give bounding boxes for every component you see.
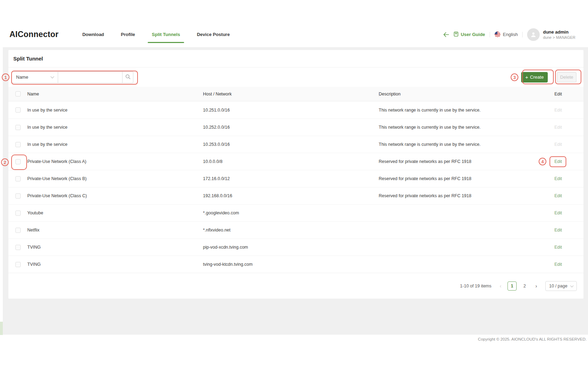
toolbar: Name + Create: [8, 67, 583, 87]
pagination-page-2[interactable]: 2: [520, 281, 529, 291]
page-size-value: 10 / page: [549, 284, 567, 288]
delete-button[interactable]: Delete: [557, 72, 576, 83]
pagination-prev-icon[interactable]: ‹: [497, 283, 504, 289]
language-label: English: [503, 32, 518, 37]
cell-edit: Edit: [553, 193, 583, 198]
row-checkbox[interactable]: [15, 125, 21, 130]
table-row: In use by the service 10.252.0.0/16 This…: [8, 119, 583, 136]
cell-description: Reserved for private networks as per RFC…: [379, 193, 553, 198]
edit-link: Edit: [554, 125, 562, 130]
scrollbar-thumb[interactable]: [0, 322, 3, 335]
row-checkbox-cell: [8, 142, 27, 147]
table-row: Youtube *.googlevideo.com Edit: [8, 204, 583, 221]
cell-name: Youtube: [27, 211, 203, 215]
row-checkbox[interactable]: [15, 159, 21, 164]
row-checkbox[interactable]: [15, 107, 21, 113]
chevron-down-icon: [570, 284, 574, 288]
user-menu[interactable]: dune admin dune>MANAGER: [527, 28, 575, 41]
cell-edit: Edit: [553, 228, 583, 233]
edit-link[interactable]: Edit: [554, 262, 562, 267]
cell-host-network: 10.0.0.0/8: [203, 159, 379, 164]
user-guide-icon: [454, 31, 458, 38]
row-checkbox[interactable]: [15, 228, 21, 233]
edit-link[interactable]: Edit: [554, 211, 562, 215]
edit-link[interactable]: Edit: [554, 159, 562, 164]
cell-edit: Edit: [553, 142, 583, 147]
row-checkbox[interactable]: [15, 193, 21, 199]
select-all-checkbox[interactable]: [15, 91, 21, 97]
search-input[interactable]: [58, 71, 122, 83]
table-body: In use by the service 10.251.0.0/16 This…: [8, 101, 583, 273]
cell-name: In use by the service: [27, 142, 203, 147]
cell-name: TVING: [27, 245, 203, 250]
language-switcher[interactable]: English: [495, 31, 518, 37]
user-org: dune: [543, 35, 551, 40]
table-row: TVING tving-vod-ktcdn.tving.com Edit: [8, 256, 583, 273]
cell-description: This network range is currently in use b…: [379, 108, 553, 113]
cell-name: In use by the service: [27, 125, 203, 130]
pagination-summary: 1-10 of 19 items: [460, 284, 491, 288]
row-checkbox[interactable]: [15, 176, 21, 181]
table-row: TVING pip-vod-xcdn.tving.com Edit: [8, 238, 583, 256]
user-name: dune admin: [543, 29, 575, 35]
row-checkbox[interactable]: [15, 142, 21, 147]
split-tunnel-table: Name Host / Network Description Edit In …: [8, 87, 583, 299]
cell-edit: Edit: [553, 211, 583, 215]
edit-link[interactable]: Edit: [554, 176, 562, 181]
cell-host-network: pip-vod-xcdn.tving.com: [203, 245, 379, 250]
page-size-select[interactable]: 10 / page: [545, 281, 577, 291]
cell-host-network: *.googlevideo.com: [203, 211, 379, 215]
search-field-selected: Name: [16, 74, 50, 80]
edit-link[interactable]: Edit: [554, 245, 562, 250]
search-icon: [125, 74, 131, 80]
top-navigation-bar: AIConnector Download Profile Split Tunne…: [0, 0, 588, 47]
table-row: In use by the service 10.253.0.0/16 This…: [8, 136, 583, 153]
row-checkbox[interactable]: [15, 211, 21, 216]
table-actions: + Create Delete: [521, 72, 576, 83]
edit-link[interactable]: Edit: [554, 228, 562, 233]
cell-host-network: tving-vod-ktcdn.tving.com: [203, 262, 379, 267]
tab-download[interactable]: Download: [82, 32, 104, 37]
cell-description: Reserved for private networks as per RFC…: [379, 176, 553, 181]
row-checkbox-cell: [8, 211, 27, 216]
row-checkbox-cell: [8, 159, 27, 164]
footer: Copyright © 2025. AIONCLOUD's ALL RIGHTS…: [0, 335, 588, 371]
chevron-down-icon: [50, 74, 54, 80]
pagination-page-1[interactable]: 1: [507, 281, 517, 291]
divider: [490, 32, 490, 37]
page-background: Split Tunnel Name: [3, 47, 588, 335]
user-role: dune>MANAGER: [543, 35, 575, 40]
cell-host-network: 10.253.0.0/16: [203, 142, 379, 147]
row-checkbox-cell: [8, 262, 27, 267]
tab-device-posture[interactable]: Device Posture: [197, 32, 230, 37]
edit-link[interactable]: Edit: [554, 193, 562, 198]
cell-name: Netflix: [27, 228, 203, 233]
search-button[interactable]: [122, 71, 133, 83]
brand-logo: AIConnector: [9, 30, 58, 39]
user-guide-link[interactable]: User Guide: [454, 31, 485, 38]
search-field-select[interactable]: Name: [12, 71, 58, 83]
row-checkbox-cell: [8, 193, 27, 199]
cell-edit: Edit: [553, 245, 583, 250]
back-arrow-icon[interactable]: [443, 32, 449, 37]
row-checkbox-cell: [8, 245, 27, 250]
cell-edit: Edit: [553, 108, 583, 113]
header-right-controls: User Guide English dune admin dune>MANAG…: [443, 28, 575, 41]
user-avatar-icon: [527, 28, 540, 41]
row-checkbox[interactable]: [15, 245, 21, 250]
create-button[interactable]: + Create: [521, 72, 548, 83]
us-flag-icon: [495, 31, 500, 37]
table-header-row: Name Host / Network Description Edit: [8, 87, 583, 101]
column-header-host-network: Host / Network: [203, 92, 379, 97]
cell-name: TVING: [27, 262, 203, 267]
tab-profile[interactable]: Profile: [121, 32, 135, 37]
column-header-description: Description: [379, 92, 553, 97]
pagination-bar: 1-10 of 19 items ‹ 1 2 › 10 / page: [8, 273, 583, 299]
cell-host-network: 10.252.0.0/16: [203, 125, 379, 130]
divider: [522, 32, 523, 37]
table-row: Private-Use Network (Class A) 10.0.0.0/8…: [8, 153, 583, 170]
pagination-next-icon[interactable]: ›: [533, 283, 540, 289]
row-checkbox[interactable]: [15, 262, 21, 267]
tab-split-tunnels[interactable]: Split Tunnels: [152, 32, 180, 37]
cell-name: In use by the service: [27, 108, 203, 113]
